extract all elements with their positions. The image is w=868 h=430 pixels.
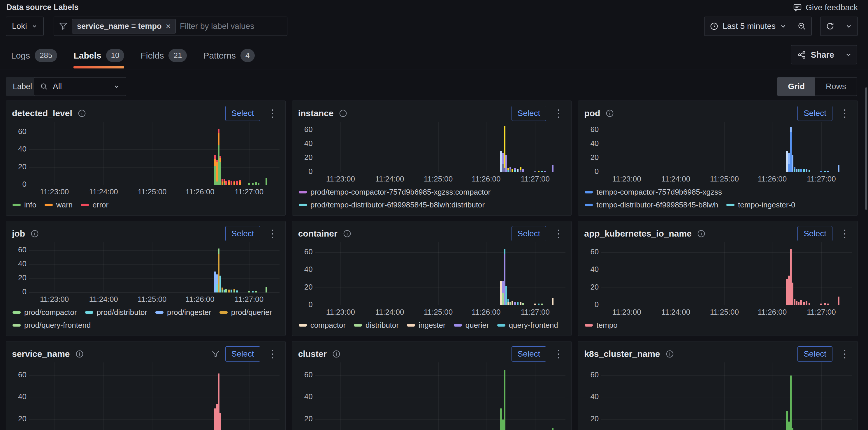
- info-icon[interactable]: [606, 109, 614, 118]
- legend-item[interactable]: prod/querier: [219, 306, 272, 318]
- info-icon[interactable]: [339, 109, 347, 118]
- chart-bar: [239, 180, 241, 181]
- chip-close-icon[interactable]: ×: [165, 21, 171, 31]
- legend-item[interactable]: prod/tempo-compactor-757d9b6985-xgzss:co…: [299, 186, 491, 198]
- chart-bar: [230, 180, 232, 185]
- legend-item[interactable]: info: [12, 199, 36, 211]
- select-button-instance[interactable]: Select: [512, 106, 547, 121]
- chart-bar: [505, 286, 507, 305]
- share-button[interactable]: Share: [791, 45, 857, 64]
- tab-labels[interactable]: Labels 10: [73, 49, 124, 68]
- toggle-rows[interactable]: Rows: [815, 77, 857, 96]
- legend-marker: [85, 311, 93, 314]
- panel-menu-icon[interactable]: ⋮: [552, 349, 565, 359]
- x-axis-label: 11:24:00: [661, 308, 690, 317]
- legend-item[interactable]: ingester: [407, 319, 446, 331]
- select-button-k8s_cluster_name[interactable]: Select: [798, 346, 832, 362]
- panel-chart: 020406011:23:0011:24:0011:25:0011:26:001…: [298, 242, 566, 317]
- info-icon[interactable]: [343, 229, 351, 238]
- panel-filter-icon[interactable]: [211, 350, 220, 358]
- x-axis-label: 11:25:00: [137, 295, 166, 304]
- chart-bar: [517, 169, 519, 172]
- select-button-pod[interactable]: Select: [798, 106, 832, 121]
- panel-menu-icon[interactable]: ⋮: [552, 228, 565, 239]
- tab-logs[interactable]: Logs 285: [11, 49, 57, 68]
- time-range-picker[interactable]: Last 5 minutes: [704, 16, 792, 36]
- legend-item[interactable]: tempo-ingester-0: [726, 199, 796, 211]
- label-search-select[interactable]: All: [34, 77, 126, 96]
- legend-item[interactable]: distributor: [354, 319, 399, 331]
- info-icon[interactable]: [75, 350, 84, 358]
- chart-plot: 0204060: [29, 242, 280, 293]
- gridline: [535, 362, 535, 430]
- scrollbar-thumb[interactable]: [865, 88, 867, 210]
- chart-bar: [792, 155, 794, 172]
- filter-chip[interactable]: service_name = tempo ×: [72, 19, 176, 33]
- gridline: [29, 250, 280, 251]
- datasource-picker[interactable]: Loki: [6, 16, 44, 36]
- panel-title: pod: [584, 108, 600, 118]
- x-axis-label: 11:24:00: [375, 308, 404, 317]
- legend-marker: [299, 191, 307, 193]
- legend-item[interactable]: tempo-distributor-6f99985845-b8lwh: [585, 199, 718, 211]
- gridline: [601, 288, 852, 288]
- legend-item[interactable]: tempo: [585, 319, 617, 331]
- panel-menu-icon[interactable]: ⋮: [552, 108, 565, 119]
- select-button-cluster[interactable]: Select: [512, 346, 547, 362]
- legend-item[interactable]: warn: [44, 199, 72, 211]
- toggle-grid[interactable]: Grid: [777, 77, 815, 96]
- filter-input[interactable]: Filter by label values: [180, 22, 254, 31]
- legend-item[interactable]: prod/distributor: [85, 306, 147, 318]
- x-axis-label: 11:23:00: [40, 295, 69, 304]
- x-axis-label: 11:25:00: [424, 308, 453, 317]
- select-button-detected_level[interactable]: Select: [225, 106, 260, 121]
- tab-patterns[interactable]: Patterns 4: [203, 49, 254, 68]
- refresh-button[interactable]: [820, 16, 840, 36]
- tab-fields[interactable]: Fields 21: [141, 49, 187, 68]
- panel-menu-icon[interactable]: ⋮: [266, 108, 280, 119]
- info-icon[interactable]: [697, 229, 706, 238]
- refresh-interval-dropdown[interactable]: [840, 16, 858, 36]
- select-button-job[interactable]: Select: [225, 226, 260, 241]
- legend-item[interactable]: error: [81, 199, 108, 211]
- panel-menu-icon[interactable]: ⋮: [838, 228, 852, 239]
- comment-icon: [793, 3, 802, 12]
- select-button-container[interactable]: Select: [512, 226, 547, 241]
- legend-item[interactable]: compactor: [299, 319, 346, 331]
- info-icon[interactable]: [332, 350, 341, 358]
- gridline: [315, 158, 566, 158]
- legend-item[interactable]: prod/compactor: [12, 306, 77, 318]
- legend-item[interactable]: tempo-compactor-757d9b6985-xgzss: [585, 186, 722, 198]
- gridline: [438, 242, 439, 305]
- x-axis-label: 11:25:00: [710, 174, 739, 184]
- panel-app_kubernetes_io_name: app_kubernetes_io_nameSelect⋮020406011:2…: [578, 221, 858, 336]
- y-axis-label: 0: [12, 287, 27, 296]
- panel-header: k8s_cluster_nameSelect⋮: [584, 345, 852, 362]
- share-dropdown[interactable]: [840, 45, 857, 64]
- chart-bar: [512, 301, 513, 305]
- legend-item[interactable]: prod/tempo-distributor-6f99985845-b8lwh:…: [299, 199, 485, 211]
- panel-menu-icon[interactable]: ⋮: [266, 228, 280, 239]
- legend-item[interactable]: querier: [454, 319, 489, 331]
- give-feedback-link[interactable]: Give feedback: [793, 3, 858, 12]
- select-button-service_name[interactable]: Select: [225, 346, 260, 362]
- legend-item[interactable]: prod/query-frontend: [12, 319, 91, 331]
- info-icon[interactable]: [665, 350, 674, 358]
- label-filter-bar[interactable]: service_name = tempo × Filter by label v…: [54, 16, 287, 36]
- x-axis-label: 11:26:00: [758, 174, 787, 184]
- panel-menu-icon[interactable]: ⋮: [838, 349, 852, 359]
- legend-label: prod/querier: [231, 306, 272, 318]
- x-axis-label: 11:24:00: [89, 187, 118, 196]
- select-button-app_kubernetes_io_name[interactable]: Select: [798, 226, 832, 241]
- gridline: [340, 362, 341, 430]
- legend-item[interactable]: query-frontend: [497, 319, 558, 331]
- zoom-out-button[interactable]: [792, 16, 812, 36]
- info-icon[interactable]: [30, 229, 39, 238]
- chart-bar: [507, 168, 509, 170]
- panel-menu-icon[interactable]: ⋮: [838, 108, 852, 119]
- info-icon[interactable]: [78, 109, 86, 118]
- x-axis-label: 11:27:00: [807, 308, 836, 317]
- y-axis-label: 60: [298, 247, 313, 256]
- panel-menu-icon[interactable]: ⋮: [266, 349, 280, 359]
- legend-item[interactable]: prod/ingester: [155, 306, 211, 318]
